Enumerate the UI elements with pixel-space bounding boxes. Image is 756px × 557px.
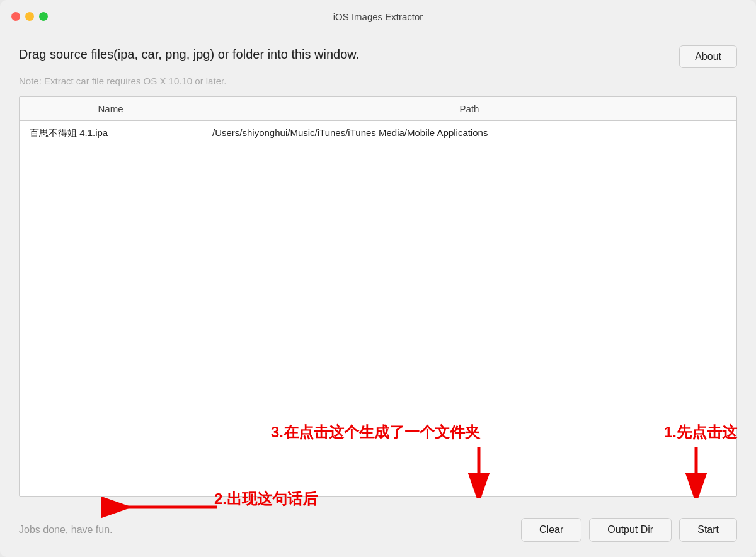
file-table: Name Path 百思不得姐 4.1.ipa/Users/shiyonghui…	[19, 96, 737, 497]
output-dir-button[interactable]: Output Dir	[589, 518, 672, 542]
about-button[interactable]: About	[679, 45, 737, 68]
col-path-header: Path	[202, 97, 736, 120]
cell-name: 百思不得姐 4.1.ipa	[20, 121, 202, 146]
titlebar: iOS Images Extractor	[0, 0, 756, 33]
start-button[interactable]: Start	[679, 518, 737, 542]
note-text: Note: Extract car file requires OS X 10.…	[19, 76, 737, 86]
clear-button[interactable]: Clear	[521, 518, 581, 542]
table-body: 百思不得姐 4.1.ipa/Users/shiyonghui/Music/iTu…	[20, 121, 736, 496]
main-content: Drag source files(ipa, car, png, jpg) or…	[0, 33, 756, 509]
maximize-button[interactable]	[39, 12, 48, 21]
app-window: iOS Images Extractor Drag source files(i…	[0, 0, 756, 557]
status-text: Jobs done, have fun.	[19, 524, 145, 536]
bottom-bar: Jobs done, have fun. Clear Output Dir St…	[0, 509, 756, 557]
close-button[interactable]	[11, 12, 20, 21]
window-title: iOS Images Extractor	[333, 11, 423, 22]
traffic-lights	[11, 12, 48, 21]
cell-path: /Users/shiyonghui/Music/iTunes/iTunes Me…	[202, 121, 736, 146]
drag-instruction: Drag source files(ipa, car, png, jpg) or…	[19, 45, 359, 63]
table-header: Name Path	[20, 97, 736, 121]
minimize-button[interactable]	[25, 12, 34, 21]
header-row: Drag source files(ipa, car, png, jpg) or…	[19, 45, 737, 68]
bottom-actions: Clear Output Dir Start	[521, 518, 737, 542]
table-row: 百思不得姐 4.1.ipa/Users/shiyonghui/Music/iTu…	[20, 121, 736, 146]
col-name-header: Name	[20, 97, 202, 120]
